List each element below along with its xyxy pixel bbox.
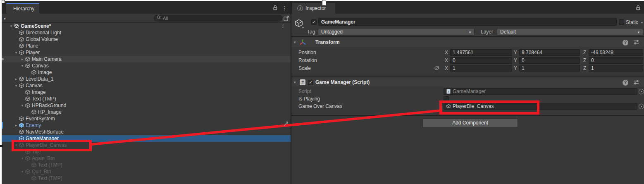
foldout-arrow[interactable]: ▾ bbox=[294, 80, 296, 84]
screenshot-artifact bbox=[322, 0, 326, 6]
axis-z-label: Z bbox=[583, 50, 589, 55]
item-label: Plane bbox=[26, 43, 38, 49]
object-picker-icon[interactable] bbox=[639, 89, 644, 94]
scene-menu-icon[interactable]: ⋮ bbox=[280, 24, 286, 29]
item-label: Enemy bbox=[26, 122, 41, 129]
component-enabled-checkbox[interactable]: ✓ bbox=[308, 80, 313, 85]
gameobject-cube-icon bbox=[19, 83, 24, 88]
foldout-arrow[interactable]: ▸ bbox=[20, 57, 25, 61]
hierarchy-item[interactable]: Global Volume bbox=[2, 36, 291, 43]
script-row: Script # GameManager bbox=[291, 88, 644, 95]
script-label: Script bbox=[298, 88, 444, 94]
layer-dropdown[interactable]: Default ▼ bbox=[497, 28, 643, 36]
popout-icon[interactable] bbox=[283, 15, 289, 22]
tag-dropdown[interactable]: Untagged ▼ bbox=[318, 28, 475, 36]
foldout-arrow[interactable]: ▾ bbox=[20, 64, 25, 68]
hierarchy-item[interactable]: ▾ Canvas bbox=[2, 62, 291, 69]
gameobject-name-field[interactable] bbox=[318, 18, 617, 26]
y-value-field[interactable]: 9.708464 bbox=[519, 49, 580, 56]
axis-z-label: Z bbox=[583, 65, 589, 71]
transform-header[interactable]: ▾ Transform ? bbox=[291, 37, 644, 47]
foldout-arrow[interactable]: ▾ bbox=[20, 170, 25, 174]
gameobject-cube-icon bbox=[31, 69, 37, 75]
gameobject-icon-caret[interactable]: ▾ bbox=[302, 26, 304, 29]
script-field[interactable]: # GameManager bbox=[444, 88, 637, 95]
hierarchy-item[interactable]: ▸ Main Camera bbox=[2, 56, 291, 62]
foldout-arrow[interactable]: ▾ bbox=[14, 50, 19, 55]
help-icon[interactable]: ? bbox=[623, 80, 628, 86]
foldout-arrow[interactable]: ▾ bbox=[20, 103, 25, 108]
script-icon: # bbox=[300, 79, 305, 85]
tag-value: Untagged bbox=[321, 29, 343, 35]
foldout-arrow[interactable]: ▸ bbox=[14, 123, 19, 127]
hierarchy-panel: Hierarchy ⋮ ▾ ▾ bbox=[2, 1, 291, 184]
foldout-arrow[interactable]: ▾ bbox=[9, 24, 14, 28]
axis-y-label: Y bbox=[514, 65, 519, 71]
static-checkbox[interactable] bbox=[619, 19, 624, 25]
scene-label: GameScene* bbox=[21, 23, 51, 29]
foldout-arrow[interactable]: ▸ bbox=[14, 77, 19, 81]
transform-row-label: Rotation bbox=[298, 57, 434, 63]
item-label: Image bbox=[32, 89, 45, 96]
hierarchy-item[interactable]: Image bbox=[2, 89, 291, 96]
static-flags-caret-icon[interactable]: ▾ bbox=[641, 21, 643, 24]
separator bbox=[291, 76, 644, 76]
gameobject-cube-icon bbox=[19, 116, 24, 122]
presets-icon[interactable] bbox=[633, 79, 639, 86]
foldout-arrow[interactable]: ▾ bbox=[20, 156, 25, 160]
gameobject-cube-icon bbox=[25, 96, 31, 102]
hierarchy-item[interactable]: ▾ HPBackGround bbox=[2, 102, 291, 109]
hierarchy-item[interactable]: Image bbox=[2, 69, 291, 76]
layer-label: Layer bbox=[481, 29, 493, 35]
active-checkbox[interactable]: ✓ bbox=[311, 19, 317, 25]
transform-row-label: Scale bbox=[298, 65, 434, 71]
hierarchy-item[interactable]: ▾ Quit_Btn bbox=[2, 168, 291, 175]
z-value-field[interactable]: 1 bbox=[589, 65, 643, 72]
create-dropdown-icon[interactable]: ▾ bbox=[4, 16, 6, 21]
link-constrain-icon[interactable] bbox=[434, 65, 439, 71]
game-manager-header[interactable]: ▾ # ✓ Game Manager (Script) ? bbox=[291, 77, 644, 87]
lock-icon[interactable] bbox=[636, 5, 641, 12]
help-icon[interactable]: ? bbox=[623, 40, 628, 45]
x-value-field[interactable]: 1.497561 bbox=[450, 49, 512, 56]
object-picker-icon[interactable] bbox=[639, 104, 644, 109]
hierarchy-item[interactable]: Directional Light bbox=[2, 29, 291, 36]
x-value-field[interactable]: 0 bbox=[450, 57, 512, 64]
item-label: Quit_Btn bbox=[32, 168, 51, 175]
hierarchy-item[interactable]: HP_Image bbox=[2, 109, 291, 115]
hierarchy-menu-icon[interactable]: ⋮ bbox=[282, 6, 287, 11]
transform-row: Scale X 1 Y 1 Z 1 bbox=[291, 64, 644, 72]
search-input[interactable] bbox=[163, 16, 279, 21]
x-value-field[interactable]: 1 bbox=[450, 65, 512, 72]
lock-icon[interactable] bbox=[273, 5, 278, 12]
item-label: Text (TMP) bbox=[38, 175, 62, 182]
gameobject-cube-icon bbox=[25, 56, 31, 62]
svg-text:#: # bbox=[448, 90, 450, 93]
hierarchy-item[interactable]: ▾ Again_Btn bbox=[2, 155, 291, 162]
item-label: Canvas bbox=[32, 62, 49, 69]
z-value-field[interactable]: 0 bbox=[589, 57, 643, 64]
gameobject-cube-icon bbox=[25, 169, 31, 174]
hierarchy-item[interactable]: Text (TMP) bbox=[2, 96, 291, 102]
hierarchy-item[interactable]: Text (TMP) bbox=[2, 175, 291, 182]
tab-inspector[interactable]: i Inspector bbox=[292, 3, 335, 14]
hierarchy-item[interactable]: Text (TMP) bbox=[2, 162, 291, 168]
hierarchy-item[interactable]: ▾ Canvas bbox=[2, 82, 291, 89]
add-component-button[interactable]: Add Component bbox=[422, 118, 518, 127]
hierarchy-item[interactable]: ▾ Player bbox=[2, 49, 291, 56]
y-value-field[interactable]: 1 bbox=[519, 65, 580, 72]
hierarchy-tab-bar: Hierarchy ⋮ bbox=[2, 1, 291, 14]
presets-icon[interactable] bbox=[633, 39, 639, 46]
separator bbox=[291, 115, 644, 116]
hierarchy-item[interactable]: EventSystem bbox=[2, 115, 291, 122]
y-value-field[interactable]: 0 bbox=[519, 57, 580, 64]
foldout-arrow[interactable]: ▾ bbox=[294, 40, 296, 44]
tab-hierarchy[interactable]: Hierarchy bbox=[6, 3, 39, 14]
hierarchy-search[interactable] bbox=[154, 15, 282, 22]
annotation-rect-inspector bbox=[439, 100, 539, 115]
z-value-field[interactable]: -46.03249 bbox=[589, 49, 643, 56]
hierarchy-item[interactable]: Plane bbox=[2, 43, 291, 49]
scene-row[interactable]: ▾ GameScene* ⋮ bbox=[2, 23, 291, 29]
foldout-arrow[interactable]: ▾ bbox=[14, 84, 19, 88]
hierarchy-item[interactable]: ▸ LevelData_1 bbox=[2, 76, 291, 82]
